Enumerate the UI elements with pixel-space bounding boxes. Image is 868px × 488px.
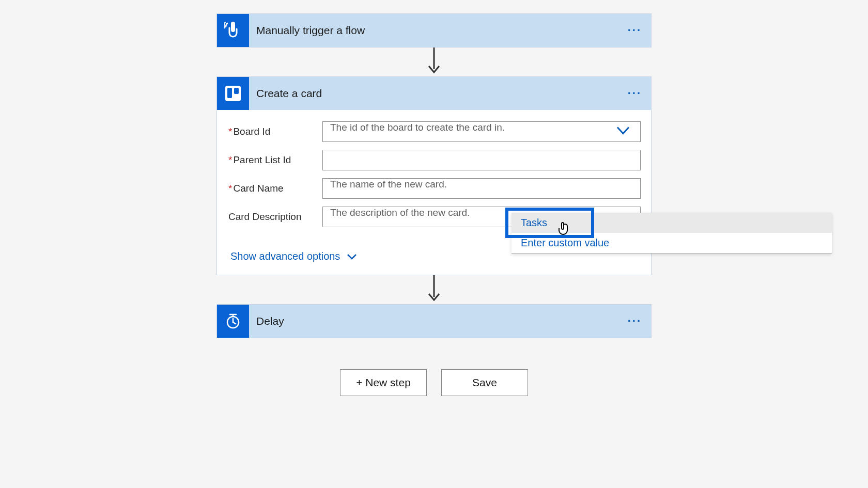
trigger-menu[interactable]: ···: [628, 24, 642, 37]
svg-rect-0: [231, 22, 235, 32]
create-card-step[interactable]: Create a card ··· *Board Id The id of th…: [216, 76, 652, 275]
parent-list-input[interactable]: [322, 150, 641, 170]
board-id-label: *Board Id: [227, 126, 322, 137]
trigger-icon: [217, 14, 249, 47]
dropdown-option-tasks[interactable]: Tasks: [512, 213, 832, 233]
delay-menu[interactable]: ···: [628, 314, 642, 328]
new-step-button[interactable]: + New step: [340, 369, 427, 396]
trigger-title: Manually trigger a flow: [256, 24, 365, 37]
board-id-input[interactable]: The id of the board to create the card i…: [322, 121, 641, 142]
connector-arrow: [426, 48, 442, 76]
card-name-label: *Card Name: [227, 183, 322, 194]
board-id-dropdown[interactable]: Tasks Enter custom value: [512, 213, 832, 254]
dropdown-option-custom[interactable]: Enter custom value: [512, 233, 832, 253]
delay-title: Delay: [256, 315, 284, 327]
connector-arrow: [426, 275, 442, 304]
chevron-down-icon: [346, 253, 358, 261]
parent-list-label: *Parent List Id: [227, 154, 322, 166]
advanced-label: Show advanced options: [230, 250, 340, 262]
trigger-step[interactable]: Manually trigger a flow ···: [216, 13, 652, 48]
card-name-input[interactable]: The name of the new card.: [322, 178, 641, 199]
card-desc-label: Card Description: [227, 211, 322, 223]
delay-icon: [217, 305, 249, 338]
card-name-placeholder: The name of the new card.: [330, 179, 447, 190]
show-advanced-toggle[interactable]: Show advanced options: [227, 250, 358, 262]
svg-line-9: [233, 322, 236, 324]
chevron-down-icon[interactable]: [615, 125, 631, 139]
create-menu[interactable]: ···: [628, 87, 642, 100]
svg-rect-4: [234, 88, 239, 94]
card-desc-placeholder: The description of the new card.: [330, 207, 470, 218]
create-title: Create a card: [256, 87, 322, 100]
save-button[interactable]: Save: [441, 369, 528, 396]
svg-rect-3: [227, 88, 232, 98]
board-id-placeholder: The id of the board to create the card i…: [330, 122, 505, 133]
delay-step[interactable]: Delay ···: [216, 304, 652, 338]
trello-icon: [217, 77, 249, 110]
